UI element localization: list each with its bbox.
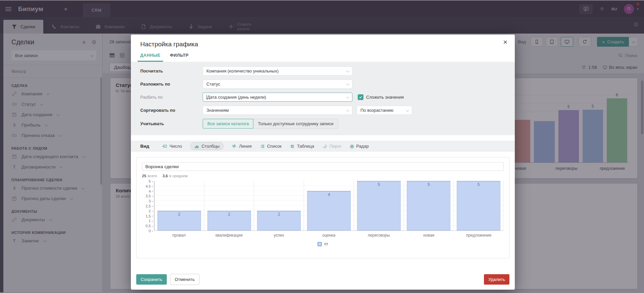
chart-type-option-Линия[interactable]: Линия [232, 144, 251, 149]
y-tick-label: 1,5 [146, 214, 151, 218]
chart-preview-card: Воронка сделки 25всего 3,6в среднем 00,5… [136, 157, 509, 258]
field-label-scope: Учитывать [140, 121, 203, 126]
x-tick-label: переговоры [354, 233, 404, 238]
plot-area: 2224555 [154, 181, 504, 231]
field-label-count: Посчитать [140, 68, 203, 74]
preview-bar-chart: 00,511,522,533,544,55 2224555 [142, 181, 504, 231]
chart-type-option-Пирог: Пирог [323, 144, 342, 149]
chart-type-option-Число[interactable]: 42Число [162, 144, 182, 149]
radar-chart-icon: ◎ [350, 144, 354, 148]
plot-column: 2 [204, 181, 254, 231]
bar[interactable]: 5 [407, 181, 450, 231]
plot-column: 2 [154, 181, 204, 231]
chevron-down-icon [346, 95, 349, 99]
chart-type-label: Столбцы [201, 144, 219, 149]
scope-segmented-control: Все записи каталогаТолько доступные сотр… [203, 119, 338, 129]
bar[interactable]: 5 [357, 181, 401, 231]
chart-average-value: 3,6 [162, 174, 168, 178]
legend-label: пт [324, 242, 328, 246]
y-tick-label: 0 [149, 229, 151, 233]
bar[interactable]: 2 [257, 211, 301, 231]
x-tick-label: предложение [454, 233, 504, 238]
cancel-button[interactable]: Отменить [170, 274, 199, 285]
delete-button[interactable]: Удалить [484, 274, 509, 285]
y-tick-label: 4 [149, 189, 151, 193]
view-row-label: Вид [140, 144, 149, 149]
list-icon [260, 144, 265, 149]
field-label-split: Разбить по [140, 95, 203, 100]
plot-column: 2 [254, 181, 304, 231]
y-tick-label: 3 [149, 199, 151, 203]
chart-type-label: Таблица [297, 144, 314, 149]
chart-title-input[interactable]: Воронка сделки [142, 162, 504, 171]
bar-value-label: 5 [407, 182, 450, 187]
y-tick-label: 2,5 [146, 204, 151, 208]
chart-type-option-Столбцы[interactable]: Столбцы [190, 142, 224, 150]
chevron-down-icon [346, 69, 349, 72]
x-axis-labels: провалквалификацияуспехоценкапереговорын… [154, 233, 504, 238]
sort-dropdown[interactable]: Значениям [203, 106, 352, 115]
legend-swatch [317, 242, 322, 246]
field-label-sort: Сортировать по [140, 108, 203, 113]
line-chart-icon [232, 144, 237, 149]
bar[interactable]: 4 [307, 191, 351, 231]
split-dropdown[interactable]: Дата создания (день недели) [203, 93, 352, 102]
bar-value-label: 2 [208, 212, 251, 217]
sort-direction-dropdown[interactable]: По возрастанию [357, 106, 412, 115]
scope-option[interactable]: Только доступные сотруднику записи [253, 119, 338, 129]
chart-total-label: всего [148, 174, 157, 178]
decompose-dropdown[interactable]: Статус [203, 80, 352, 89]
checkbox-label: Сложить значения [366, 95, 404, 100]
chart-type-option-Радар[interactable]: ◎Радар [350, 144, 369, 149]
bar-value-label: 2 [158, 212, 201, 217]
y-tick-label: 5 [149, 180, 151, 183]
field-label-decompose: Разложить по [140, 82, 203, 87]
close-icon[interactable]: × [503, 39, 507, 46]
bar[interactable]: 5 [457, 181, 500, 231]
bar-value-label: 4 [307, 192, 350, 197]
chevron-down-icon [346, 108, 349, 112]
y-tick-label: 0,5 [146, 224, 151, 228]
tab-filter[interactable]: ФИЛЬТР [170, 53, 189, 62]
chart-type-label: Радар [356, 144, 369, 149]
chart-type-label: Число [169, 144, 182, 149]
plot-column: 5 [404, 181, 454, 231]
plot-column: 5 [354, 181, 404, 231]
pie-chart-icon [323, 144, 327, 149]
chart-type-strip: Вид 42ЧислоСтолбцыЛинияСписокТаблицаПиро… [131, 141, 515, 152]
count-dropdown[interactable]: Компания (количество уникальных) [203, 66, 352, 76]
bar-value-label: 5 [457, 182, 500, 187]
bar-chart-icon [194, 144, 199, 149]
x-tick-label: квалификация [204, 233, 254, 238]
tab-data[interactable]: ДАННЫЕ [140, 53, 160, 62]
chart-type-label: Линия [239, 144, 251, 149]
x-tick-label: успех [254, 233, 304, 238]
stack-values-checkbox[interactable]: Сложить значения [358, 94, 404, 100]
chart-settings-dialog: × Настройка графика ДАННЫЕ ФИЛЬТР Посчит… [131, 35, 515, 290]
save-button[interactable]: Сохранить [136, 274, 167, 285]
y-axis: 00,511,522,533,544,55 [142, 181, 154, 231]
chart-type-option-Список[interactable]: Список [260, 144, 282, 149]
plot-column: 5 [454, 181, 504, 231]
chart-average-label: в среднем [169, 174, 188, 178]
x-tick-label: провал [154, 233, 204, 238]
chevron-down-icon [406, 108, 409, 112]
x-tick-label: новая [404, 233, 454, 238]
bar-value-label: 2 [257, 212, 300, 217]
y-tick-label: 1 [149, 219, 151, 223]
chart-total-value: 25 [142, 174, 146, 178]
plot-column: 4 [304, 181, 354, 231]
scope-option[interactable]: Все записи каталога [203, 119, 253, 129]
y-tick-label: 2 [149, 209, 151, 213]
table-icon [290, 144, 295, 149]
chart-type-label: Список [267, 144, 282, 149]
bar-value-label: 5 [357, 182, 400, 187]
y-tick-label: 4,5 [146, 184, 151, 188]
chevron-down-icon [346, 82, 349, 86]
count-badge: 42 [162, 144, 167, 149]
dialog-title: Настройка графика [131, 35, 515, 48]
bar[interactable]: 2 [157, 211, 201, 231]
bar[interactable]: 2 [207, 211, 251, 231]
chart-legend: пт [142, 242, 504, 246]
chart-type-option-Таблица[interactable]: Таблица [290, 144, 314, 149]
